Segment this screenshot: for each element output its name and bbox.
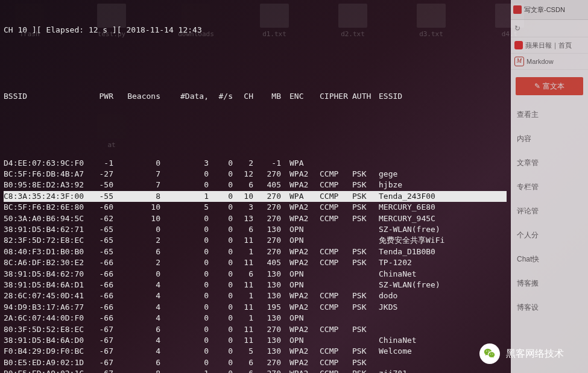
network-row: 38:91:D5:B4:6A:D1-6640011130OPNSZ-WLAN(f… bbox=[4, 280, 507, 290]
reload-icon[interactable]: ↻ bbox=[514, 24, 520, 33]
tab-title: 写文章-CSDN bbox=[524, 5, 565, 14]
browser-tab[interactable]: 写文章-CSDN bbox=[511, 0, 588, 20]
wechat-icon bbox=[479, 343, 500, 364]
network-row: C8:3A:35:24:3F:00-5581010270WPACCMPPSKTe… bbox=[4, 191, 507, 202]
bookmark-item[interactable]: 蘋果日報｜首頁 bbox=[511, 37, 588, 54]
csdn-favicon bbox=[513, 5, 522, 14]
sidebar-nav-item[interactable]: 专栏管 bbox=[511, 175, 588, 199]
network-row: 80:3F:5D:52:E8:EC-6760011270WPA2CCMPPSK bbox=[4, 324, 507, 335]
sidebar-nav-item[interactable]: 个人分 bbox=[511, 223, 588, 247]
network-row: 28:6C:07:45:0D:41-664001130WPA2CCMPPSKdo… bbox=[4, 290, 507, 301]
wechat-watermark: 黑客网络技术 bbox=[479, 343, 564, 364]
sidebar-nav-item[interactable]: 博客搬 bbox=[511, 271, 588, 295]
sidebar-nav-item[interactable]: Chat快 bbox=[511, 247, 588, 271]
markdown-icon: M bbox=[514, 57, 524, 66]
network-row: 38:91:D5:B4:6A:D0-6740011130OPNChinaNet bbox=[4, 335, 507, 346]
network-row: 38:91:D5:B4:62:71-650006130OPNSZ-WLAN(fr… bbox=[4, 224, 507, 235]
network-row: 8C:A6:DF:B2:30:E2-6620011405WPA2CCMPPSKT… bbox=[4, 257, 507, 268]
network-row: 82:3F:5D:72:E8:EC-6520011270OPN免费安全共享WiF… bbox=[4, 235, 507, 246]
bookmark-item[interactable]: MMarkdow bbox=[511, 54, 588, 70]
status-line: CH 10 ][ Elapsed: 12 s ][ 2018-11-14 12:… bbox=[4, 25, 507, 36]
network-row: 50:3A:A0:B6:94:5C-62100013270WPA2CCMPPSK… bbox=[4, 213, 507, 224]
network-row: B0:95:8E:D2:A3:92-507006405WPA2CCMPPSKhj… bbox=[4, 180, 507, 190]
sidebar-nav-item[interactable]: 文章管 bbox=[511, 151, 588, 175]
desktop-background: Trashtest.pydownloadsd1.txtd2.txtd3.txtd… bbox=[0, 0, 588, 373]
sidebar-nav-item[interactable]: 评论管 bbox=[511, 199, 588, 223]
apple-daily-icon bbox=[514, 41, 523, 49]
wechat-label: 黑客网络技术 bbox=[506, 348, 564, 360]
network-row: B0:E5:ED:A9:02:1C-678106270WPA2CCMPPSKzj… bbox=[4, 368, 507, 373]
sidebar-nav-item[interactable]: 内容 bbox=[511, 127, 588, 151]
browser-urlbar[interactable]: ↻ bbox=[511, 20, 588, 37]
network-row: 2A:6C:07:44:0D:F0-664001130OPN bbox=[4, 313, 507, 324]
network-row: D4:EE:07:63:9C:F0-10302-1WPA bbox=[4, 158, 507, 169]
sidebar-nav-item[interactable]: 查看主 bbox=[511, 102, 588, 127]
network-row: 08:40:F3:D1:B0:B0-656001270WPA2CCMPPSKTe… bbox=[4, 246, 507, 257]
network-row: F0:B4:29:D9:F0:BC-674005130WPA2CCMPPSKWe… bbox=[4, 346, 507, 357]
rich-text-button[interactable]: ✎ 富文本 bbox=[516, 77, 583, 95]
browser-sidebar: 写文章-CSDN ↻ 蘋果日報｜首頁MMarkdow ✎ 富文本 查看主内容文章… bbox=[511, 0, 588, 373]
network-row: BC:5F:F6:DB:4B:A7-2770012270WPA2CCMPPSKg… bbox=[4, 169, 507, 180]
terminal-window: CH 10 ][ Elapsed: 12 s ][ 2018-11-14 12:… bbox=[0, 0, 510, 373]
column-headers: BSSIDPWRBeacons#Data,#/sCHMBENCCIPHERAUT… bbox=[4, 91, 507, 102]
sidebar-nav-item[interactable]: 博客设 bbox=[511, 295, 588, 319]
network-row: B0:E5:ED:A9:02:1D-676006270WPA2CCMPPSK bbox=[4, 357, 507, 368]
network-row: 94:D9:B3:17:A6:77-6640011195WPA2CCMPPSKJ… bbox=[4, 302, 507, 313]
network-row: BC:5F:F6:B2:6E:80-6010503270WPA2CCMPPSKM… bbox=[4, 202, 507, 213]
network-row: 38:91:D5:B4:62:70-660006130OPNChinaNet bbox=[4, 269, 507, 280]
